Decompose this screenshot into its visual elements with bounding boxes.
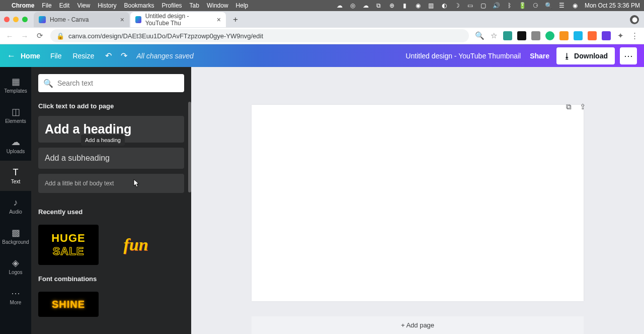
extensions-menu-icon[interactable]: ✦ (616, 31, 625, 40)
combo-tile-shine[interactable]: SHINE (38, 292, 99, 317)
rail-audio[interactable]: ♪ Audio (0, 191, 31, 221)
cloud-icon[interactable]: ☁ (336, 2, 343, 9)
rail-templates[interactable]: ▦ Templates (0, 70, 31, 100)
menu-profiles[interactable]: Profiles (162, 2, 182, 9)
extension-icon[interactable] (588, 31, 597, 40)
close-window-button[interactable] (4, 17, 10, 22)
workspace: ▦ Templates ◫ Elements ☁ Uploads T Text … (0, 67, 644, 334)
templates-icon: ▦ (12, 77, 20, 86)
text-icon: T (13, 168, 19, 177)
extension-icon[interactable] (517, 31, 526, 40)
file-menu[interactable]: File (50, 52, 62, 60)
menu-view[interactable]: View (77, 2, 90, 9)
menu-window[interactable]: Window (207, 2, 228, 9)
siri-icon[interactable]: ◉ (572, 2, 579, 9)
resize-menu[interactable]: Resize (72, 52, 94, 60)
rail-label: Audio (9, 209, 22, 215)
screen-mirror-icon[interactable]: ▢ (480, 2, 487, 9)
extension-icon[interactable] (602, 31, 611, 40)
redo-button[interactable]: ↷ (121, 51, 127, 60)
export-page-icon[interactable]: ⇪ (580, 102, 586, 111)
sale-text: SALE (53, 245, 85, 258)
menu-tab[interactable]: Tab (190, 2, 199, 9)
forward-button[interactable]: → (20, 32, 29, 40)
app-name[interactable]: Chrome (12, 2, 34, 9)
bookmark-star-icon[interactable]: ☆ (489, 31, 498, 40)
reload-button[interactable]: ⟳ (35, 31, 44, 40)
back-button[interactable]: ← (5, 32, 14, 40)
search-icon: 🔍 (43, 79, 53, 88)
recent-tile-huge-sale[interactable]: HUGE SALE (38, 225, 99, 265)
tab-home-canva[interactable]: Home - Canva × (34, 12, 129, 27)
rail-label: Logos (9, 270, 22, 275)
status-icon-3[interactable]: ⊕ (388, 2, 395, 9)
wifi-icon[interactable]: ⚆ (532, 2, 539, 9)
duplicate-page-icon[interactable]: ⧉ (566, 102, 572, 111)
menu-bookmarks[interactable]: Bookmarks (124, 2, 154, 9)
close-tab-icon[interactable]: × (217, 16, 221, 24)
tab-untitled-design[interactable]: Untitled design - YouTube Thu × (130, 12, 226, 27)
rail-label: More (10, 300, 22, 305)
tooltip: Add a heading (81, 135, 125, 146)
rail-uploads[interactable]: ☁ Uploads (0, 130, 31, 161)
maximize-window-button[interactable] (22, 17, 28, 22)
status-icon-6[interactable]: ▥ (428, 2, 435, 9)
share-button[interactable]: Share (530, 52, 549, 60)
add-body-text-card[interactable]: Add a little bit of body text (38, 174, 184, 193)
profile-avatar[interactable]: ⬤ (630, 15, 639, 24)
search-box[interactable]: 🔍 (38, 74, 184, 92)
add-page-button[interactable]: + Add page (252, 316, 584, 334)
rail-elements[interactable]: ◫ Elements (0, 100, 31, 130)
text-panel: 🔍 Click text to add to page Add a headin… (31, 67, 191, 334)
zoom-icon[interactable]: 🔍 (475, 31, 484, 40)
back-arrow-icon[interactable]: ← (7, 51, 16, 61)
battery-icon[interactable]: 🔋 (519, 2, 526, 9)
new-tab-button[interactable]: + (229, 13, 242, 26)
add-subheading-card[interactable]: Add a subheading (38, 148, 184, 169)
volume-icon[interactable]: 🔊 (493, 2, 500, 9)
minimize-window-button[interactable] (13, 17, 19, 22)
address-bar[interactable]: 🔒 canva.com/design/DAEt3Euu1Do/DAvFTzpzo… (50, 29, 469, 42)
download-button[interactable]: ⭳ Download (556, 47, 615, 64)
shine-text: SHINE (52, 299, 85, 310)
close-tab-icon[interactable]: × (120, 16, 124, 24)
combo-tile-2[interactable] (106, 292, 166, 317)
display-icon[interactable]: ▭ (467, 2, 474, 9)
more-menu-icon[interactable]: ⋮ (630, 31, 639, 40)
recent-tile-fun[interactable]: fun (106, 225, 166, 265)
background-icon: ▩ (12, 228, 20, 237)
dropbox-icon[interactable]: ⧉ (375, 2, 382, 9)
menu-file[interactable]: File (42, 2, 51, 9)
extension-icon[interactable] (574, 31, 583, 40)
status-icon-7[interactable]: ◐ (441, 2, 448, 9)
search-input[interactable] (57, 79, 179, 87)
status-icon-5[interactable]: ◉ (415, 2, 422, 9)
clock[interactable]: Mon Oct 25 3:36 PM (585, 2, 640, 9)
font-combinations-heading: Font combinations (38, 275, 184, 283)
rail-logos[interactable]: ◈ Logos (0, 251, 31, 282)
spotlight-icon[interactable]: 🔍 (545, 2, 552, 9)
menu-history[interactable]: History (98, 2, 116, 9)
dnd-icon[interactable]: ☽ (454, 2, 461, 9)
document-title[interactable]: Untitled design - YouTube Thumbnail (406, 52, 521, 60)
extension-icon[interactable] (531, 31, 540, 40)
canva-appbar: ← Home File Resize ↶ ↷ All changes saved… (0, 44, 644, 67)
canvas-page[interactable] (252, 105, 584, 301)
extension-icon[interactable] (503, 31, 512, 40)
extension-icon[interactable] (545, 31, 554, 40)
rail-background[interactable]: ▩ Background (0, 221, 31, 251)
undo-button[interactable]: ↶ (105, 51, 112, 60)
add-heading-card[interactable]: Add a heading Add a heading (38, 116, 184, 143)
menu-edit[interactable]: Edit (59, 2, 70, 9)
status-icon-1[interactable]: ◎ (349, 2, 356, 9)
status-icon-2[interactable]: ☁ (362, 2, 369, 9)
status-icon-4[interactable]: ▮ (401, 2, 409, 9)
home-link[interactable]: Home (21, 52, 40, 60)
more-options-button[interactable]: ⋯ (620, 47, 637, 64)
control-center-icon[interactable]: ☰ (558, 2, 566, 9)
rail-text[interactable]: T Text (0, 161, 31, 191)
menu-help[interactable]: Help (236, 2, 249, 9)
extension-icon[interactable] (559, 31, 569, 40)
bluetooth-icon[interactable]: ᛒ (506, 2, 513, 9)
rail-more[interactable]: ⋯ More (0, 282, 31, 312)
